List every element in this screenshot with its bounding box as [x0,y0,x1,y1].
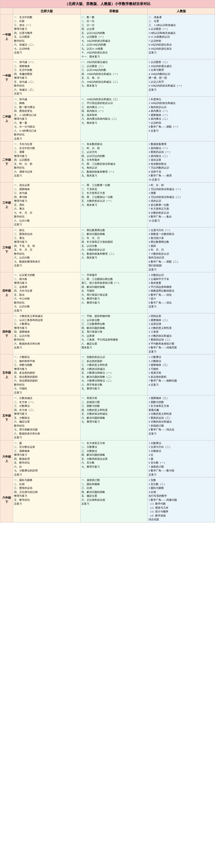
list-item: 一、生活中的数 [14,15,79,19]
list-item: 五、确定位置 [81,494,147,498]
list-item: 二、千克和克 [81,187,147,191]
list-item: 五、分米和毫米 [81,158,147,162]
table-row: 二年级上一、加与减二、购物三、数一数与乘法四、图形的变化五、2~5的乘法口诀整理… [0,96,215,142]
list-item: 二、平行四边形的初步认识 [81,101,147,105]
list-item: 总复习 [14,391,79,395]
list-item: 2 公顷和平方千米 [149,277,214,281]
beida-content: 一、加与减二、购物三、数一数与乘法四、图形的变化五、2~5的乘法口诀整理与复习六… [13,96,80,142]
list-item: 一、加与减（一） [14,60,79,64]
list-item: 六、解决问题的策略（二） [81,375,147,379]
renjiao-content: 1 数据收集整理2 表内除法（一）3 图形的运动（一）4 表内除法（二）5 混合… [148,142,215,182]
page-title: （北师大版、苏教版、人教版）小学数学教材目录对比 [0,0,215,8]
renjiao-content: 1 四则运算2 观察物体（二）3 运算定律4 小数的意义和性质5 三角形6 小数… [148,313,215,354]
sujiao-content: 一、两位数乘两位数二、解决问题的策略三、年、月、日四、长方形和正方形的面积五、认… [80,227,148,272]
list-item: 三、测量 [14,150,79,154]
list-item: 四、表内除法（一） [81,109,147,113]
list-item: 7 扇形统计图 [149,465,214,469]
list-item: 总复习 [14,137,79,141]
list-item: 8 数学广角——找次品 [149,428,214,432]
list-item: 八、数据的收集和整理（一） [81,170,147,174]
list-item: 总复习 [14,174,79,178]
list-item: 6 11-20各数的认识 [149,35,214,39]
list-item: 七、年、月、日 [14,211,79,215]
list-item: 一、小数的意义和加减法 [14,314,79,318]
list-item: 总复习 [149,432,214,436]
beida-content: 一、混合运算二、观察物体三、加与减四、乘与除整理与复习五、周长六、乘法七、年、月… [13,182,80,227]
list-item: 6 分数的加法和减法 [149,420,214,424]
list-item: 综合实践 [149,518,214,522]
list-item: 总复习 [149,473,214,477]
list-item: 总复习 [14,345,79,349]
list-item: 7 认识时间 [149,121,214,125]
list-item: 1 观察物体（三） [149,396,214,400]
list-item: 六、百分数 [81,461,147,465]
beida-content: 一、小数除法二、轴对称和平移三、倍数与因数整理与复习四、多边形的面积五、组合图形… [13,354,80,395]
list-item: 数学好玩 [14,39,79,43]
list-item: 5 倍的认识 [149,199,214,203]
list-item: 五、组合图形的面积 [14,375,79,379]
list-item: 一、加与减 [14,97,79,101]
list-item: 3 角的度量 [149,281,214,285]
list-item: 整理与复习 [14,76,79,80]
list-item: 六、中心对称 [14,297,79,301]
list-item: 五、用计算器计算 [81,330,147,334]
list-item: 七、期末复习 [81,121,147,125]
list-item: 四、千克、克、吨 [14,244,79,248]
list-item: 六、运算律 [81,334,147,338]
list-item: 二、百分数合运算 [14,445,79,449]
list-item: 3 测量 [149,191,214,195]
list-item: 整理与复习 [14,367,79,371]
list-item: 九、期末复习 [81,174,147,178]
renjiao-content: 1 负数2 百分数（二）3 圆柱与圆锥4 比例自行车里的数学5 数学广角——鸽巢… [148,477,215,523]
list-item: 四、数据处理 [14,457,79,461]
list-item: 4 万以内的加法和减法（二） [149,195,214,199]
list-item: 一、20以内的退位减法 [81,60,147,64]
list-item: 10 总复习 [149,219,214,223]
list-item: 三、表内乘法（一） [81,105,147,109]
list-item: 6 100以内的加法和减法（一） [149,84,214,88]
list-item: 2 表内除法（一） [149,146,214,150]
list-item: 总复习 [14,264,79,268]
renjiao-content: 1 小数乘法2 小数除法3 观察物体（三）4 可能性5 简易方程6 多边形的面积… [148,354,215,395]
list-item: 总复习 [14,92,79,96]
list-item: 2 除数是一位数的除法 [149,232,214,236]
list-item: 七、三角形、平行四边形和梯形 [81,338,147,342]
list-item: 三、倍数与因数 [14,363,79,367]
list-item: 4 分数的意义和性质 [149,412,214,416]
list-item: 3 复式统计表 [149,236,214,240]
list-item: 3 分类与整理 [149,68,214,72]
list-item: 四、认位置 [81,27,147,31]
list-item: 一、平移、旋转和轴对称 [81,314,147,318]
table-row: 二年级下一、方向与位置二、生活中的大数三、测量整理与复习四、认识图形五、时、分、… [0,142,215,182]
list-item: 4 两位数乘两位数 [149,240,214,244]
list-item: 一、混合运算 [14,183,79,187]
list-item: 一、有余数的除法 [81,142,147,146]
list-item: 三、加与减 [14,191,79,195]
list-item: 2 小数除法 [149,359,214,363]
list-item: 5 图形的运动（三） [149,416,214,420]
list-item: 二、认识图形（二） [81,64,147,68]
list-item: 9 数学广角——鸡兔同笼 [149,345,214,349]
list-item: 二、分数乘法 [81,445,147,449]
list-item: 总复习 [14,309,79,313]
list-item: 三、分数除法 [81,449,147,453]
grade-cell: 一年级上 [0,14,13,59]
list-item: 2 万以内的加法和减法（一） [149,187,214,191]
sujiao-content: 一、扇形统计图二、圆柱和圆锥三、比例四、解决问题的策略五、确定位置六、正比例和反… [80,477,148,523]
list-item: 五、年、月、日 [14,248,79,252]
table-row: 四年级上一、认识更大的数二、线与角整理与复习三、运算律四、方向与位置五、除法六、… [0,272,215,313]
list-item: 8 数学广角——搭配（二） [149,260,214,264]
list-item: 三、因数与倍数 [81,404,147,408]
list-item: 三、乘法 [14,236,79,240]
list-item: 二、两、三位数除以两位数 [81,277,147,281]
list-item: 二、轴对称和平移 [14,359,79,363]
beida-content: 一、小数的意义和加减法二、认识三角形和四边形三、小数乘法整理与复习四、观察物体五… [13,313,80,354]
content-table: 北师大版 苏教版 人教版 一年级上一、生活中的数二、比较三、加法（一）整理与复习… [0,8,215,523]
renjiao-content: 1 认识图形（二）2 20以内的退位减法3 分类与整理4 100以内数的认识摆一… [148,59,215,97]
grade-cell: 三年级上 [0,182,13,227]
list-item: 六、两、三位数的加法和减法 [81,162,147,166]
list-item: 六、认识分数 [14,256,79,260]
table-row: 六年级上一、圆二、百分数合运算三、观察物体整理与复习四、数据处理五、数学好玩六、… [0,440,215,477]
beida-content: 一、认识更大的数二、线与角整理与复习三、运算律四、方向与位置五、除法六、中心对称… [13,272,80,313]
list-item: 摆一摆、想一想 [149,76,214,80]
